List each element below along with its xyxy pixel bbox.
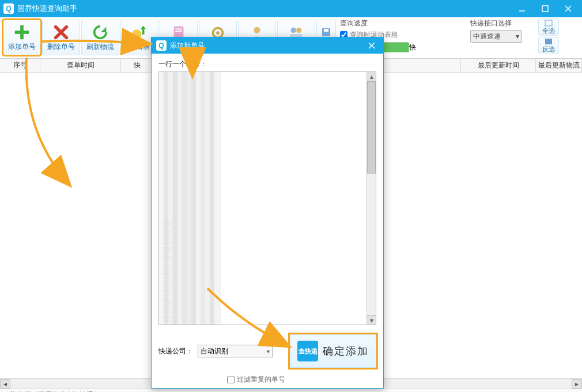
mosaic-overlay [159,72,221,325]
select-all-label: 全选 [542,27,555,35]
api-combo[interactable]: 中通速递 ▾ [470,30,522,43]
company-value: 自动识别 [201,346,228,356]
invert-select-label: 反选 [542,45,555,54]
col-express[interactable]: 快 [121,59,153,72]
svg-point-15 [296,28,301,33]
svg-rect-19 [545,20,552,26]
svg-point-13 [254,27,260,33]
confirm-add-button[interactable]: 查快递 确定添加 [290,334,376,368]
save-icon [321,27,331,37]
status-bar: 欢迎使用《固乔快递查询快手》 [0,389,582,392]
select-all-button[interactable]: 全选 [538,18,559,36]
chevron-down-icon: ▾ [267,348,270,355]
svg-rect-9 [175,29,182,30]
svg-rect-1 [542,6,548,12]
speed-label: 查询速度 [340,18,464,28]
api-label: 快递接口选择 [470,18,534,28]
minimize-button[interactable] [511,2,534,16]
chevron-down-icon: ▾ [516,32,519,40]
svg-point-12 [216,31,220,35]
refresh-button[interactable]: 刷新物流 [81,20,119,55]
select-all-icon [545,20,553,27]
add-number-dialog: Q 添加新单号 一行一个单号： 7----------------7317317… [151,37,384,389]
scroll-down-icon[interactable]: ▾ [367,315,376,325]
col-last-logistics[interactable]: 最后更新物流 [536,59,582,72]
confirm-label: 确定添加 [323,344,369,358]
company-label: 快递公司： [158,346,193,356]
invert-select-button[interactable]: 反选 [538,37,559,54]
svg-point-6 [132,29,142,39]
textarea-scrollbar[interactable]: ▴ ▾ [366,72,376,325]
scrollbar-thumb[interactable] [367,81,376,174]
refresh-icon [92,24,109,41]
select-stack: 全选 反选 [538,18,559,58]
invert-icon [545,38,553,45]
add-number-button[interactable]: 添加单号 [3,20,41,55]
col-seq[interactable]: 序号 [0,59,40,72]
svg-rect-10 [175,31,182,32]
api-combo-value: 中通速递 [473,32,501,42]
dialog-close-button[interactable] [365,39,379,52]
maximize-button[interactable] [534,2,557,16]
number-textarea[interactable]: 7----------------73173173173173173173173… [158,71,376,325]
filter-duplicate-checkbox[interactable] [227,376,235,383]
dialog-title: 添加新单号 [170,41,205,51]
api-panel: 快递接口选择 中通速递 ▾ [470,18,534,58]
export-label: 导出表 [129,42,150,52]
dialog-icon: Q [156,40,167,51]
delete-number-label: 删除单号 [47,42,75,52]
svg-point-14 [291,28,296,33]
app-title: 固乔快递查询助手 [17,3,77,14]
add-number-label: 添加单号 [8,42,36,52]
scroll-left-icon[interactable]: ◂ [0,379,10,389]
company-select[interactable]: 自动识别 ▾ [198,345,273,357]
export-icon [131,24,148,41]
filter-duplicate-label: 过滤重复的单号 [237,375,285,385]
app-icon: Q [3,3,14,14]
delete-number-button[interactable]: 删除单号 [42,20,80,55]
dialog-titlebar: Q 添加新单号 [152,37,383,54]
lookup-icon: 查快递 [297,341,318,361]
x-icon [52,24,70,41]
plus-icon [13,24,31,41]
dialog-input-label: 一行一个单号： [158,59,376,69]
col-lookup-time[interactable]: 查单时间 [40,59,121,72]
close-button[interactable] [557,2,580,16]
title-bar: Q 固乔快递查询助手 [0,0,582,17]
svg-rect-18 [324,29,328,32]
refresh-label: 刷新物流 [86,42,114,52]
svg-rect-5 [15,31,29,34]
svg-rect-7 [142,29,145,34]
svg-rect-20 [545,39,552,44]
scroll-up-icon[interactable]: ▴ [367,72,376,81]
col-last-update[interactable]: 最后更新时间 [461,59,536,72]
speed-text: 快 [409,43,416,52]
scroll-right-icon[interactable]: ▸ [572,379,582,389]
